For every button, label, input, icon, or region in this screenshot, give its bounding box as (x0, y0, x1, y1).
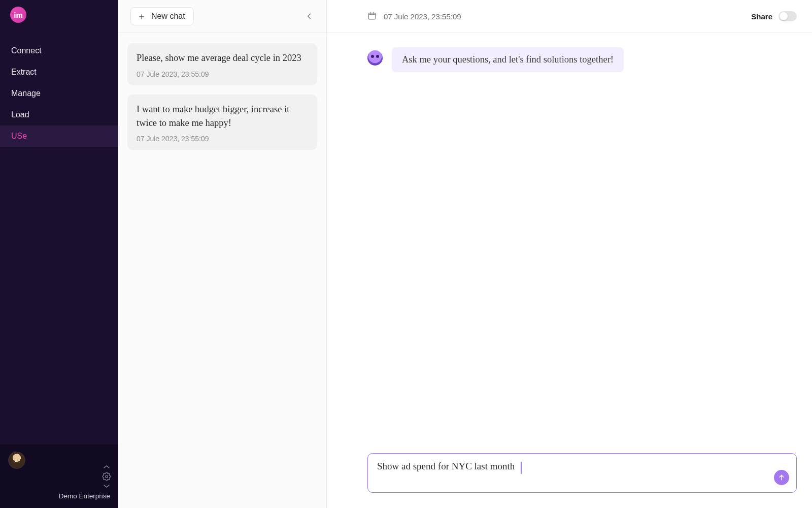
sidebar-item-manage[interactable]: Manage (0, 83, 118, 104)
chat-cards: Please, show me average deal cycle in 20… (118, 33, 326, 160)
new-chat-label: New chat (151, 12, 185, 21)
sidebar-item-label: USe (11, 132, 27, 140)
bot-avatar-icon (367, 50, 383, 66)
sidebar-item-connect[interactable]: Connect (0, 40, 118, 61)
plus-icon: ＋ (137, 12, 146, 21)
sidebar-item-label: Connect (11, 46, 42, 55)
message-input-value: Show ad spend for NYC last month (377, 461, 515, 472)
calendar-icon (367, 11, 377, 22)
chat-list-panel: ＋ New chat Please, show me average deal … (118, 0, 327, 508)
chat-header: 07 Jule 2023, 23:55:09 Share (327, 0, 812, 33)
chat-card[interactable]: Please, show me average deal cycle in 20… (127, 43, 317, 85)
chat-list-header: ＋ New chat (118, 0, 326, 33)
account-label: Demo Enterprise (59, 492, 110, 501)
send-button[interactable] (774, 470, 789, 485)
brand-logo-text: im (14, 11, 23, 19)
chat-card-title: Please, show me average deal cycle in 20… (137, 51, 308, 65)
composer-area: Show ad spend for NYC last month (327, 453, 812, 508)
arrow-up-icon (777, 473, 786, 482)
svg-rect-1 (368, 13, 376, 19)
assistant-message-text: Ask me your questions, and let's find so… (402, 54, 614, 65)
sidebar-item-extract[interactable]: Extract (0, 61, 118, 83)
arrow-left-icon (304, 12, 314, 21)
chat-card-timestamp: 07 Jule 2023, 23:55:09 (137, 135, 308, 143)
sidebar-item-label: Extract (11, 68, 37, 76)
svg-point-0 (106, 475, 108, 478)
assistant-message-bubble: Ask me your questions, and let's find so… (392, 47, 624, 72)
chat-body: Ask me your questions, and let's find so… (327, 33, 812, 453)
chevron-up-icon[interactable] (104, 465, 110, 469)
sidebar-nav: Connect Extract Manage Load USe (0, 28, 118, 444)
sidebar-item-label: Load (11, 110, 29, 119)
chat-card-title: I want to make budget bigger, increase i… (137, 103, 308, 130)
sidebar-item-load[interactable]: Load (0, 104, 118, 125)
brand-logo[interactable]: im (10, 7, 26, 23)
chat-main: 07 Jule 2023, 23:55:09 Share Ask me your… (327, 0, 812, 508)
assistant-message-row: Ask me your questions, and let's find so… (367, 47, 771, 72)
text-caret (521, 462, 522, 474)
sidebar-footer: Demo Enterprise (0, 444, 118, 508)
chat-card[interactable]: I want to make budget bigger, increase i… (127, 94, 317, 150)
sidebar-item-label: Manage (11, 89, 41, 98)
chevron-down-icon[interactable] (104, 484, 110, 488)
logo-wrap: im (0, 0, 118, 28)
header-date: 07 Jule 2023, 23:55:09 (384, 12, 461, 21)
gear-icon[interactable] (102, 472, 111, 481)
user-avatar[interactable] (8, 452, 25, 469)
chat-card-timestamp: 07 Jule 2023, 23:55:09 (137, 70, 308, 78)
share-toggle[interactable] (779, 11, 797, 21)
share-label: Share (751, 12, 772, 21)
collapse-panel-button[interactable] (302, 9, 316, 23)
sidebar: im Connect Extract Manage Load USe Demo … (0, 0, 118, 508)
sidebar-item-use[interactable]: USe (0, 125, 118, 147)
message-input[interactable]: Show ad spend for NYC last month (367, 453, 797, 493)
new-chat-button[interactable]: ＋ New chat (130, 7, 194, 25)
